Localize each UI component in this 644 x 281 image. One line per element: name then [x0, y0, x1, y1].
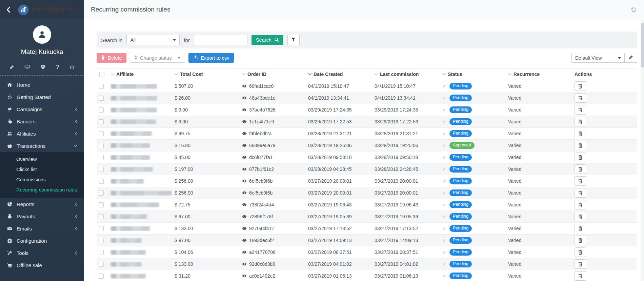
eye-icon[interactable] — [242, 214, 247, 219]
edit-status-pencil-icon[interactable] — [442, 262, 446, 266]
search-term-input[interactable] — [194, 35, 247, 45]
sidebar-subitem-recurring-commission-rules[interactable]: Recurring commission rules — [0, 185, 84, 195]
row-checkbox[interactable] — [99, 155, 104, 160]
edit-status-pencil-icon[interactable] — [442, 215, 446, 219]
sidebar-item-reports[interactable]: Reports — [0, 198, 84, 210]
delete-row-button[interactable] — [575, 259, 586, 269]
row-checkbox[interactable] — [99, 226, 104, 231]
column-header-recurrence[interactable]: Recurrence — [505, 72, 572, 77]
delete-row-button[interactable] — [575, 188, 586, 198]
eye-icon[interactable] — [242, 238, 247, 243]
edit-status-pencil-icon[interactable] — [442, 96, 446, 100]
export-csv-button[interactable]: Export to csv — [188, 53, 234, 63]
delete-row-button[interactable] — [575, 93, 586, 103]
eye-icon[interactable] — [242, 226, 247, 231]
eye-icon[interactable] — [242, 107, 247, 112]
edit-status-pencil-icon[interactable] — [442, 179, 446, 183]
delete-row-button[interactable] — [575, 200, 586, 209]
delete-row-button[interactable] — [575, 117, 586, 126]
delete-row-button[interactable] — [575, 129, 586, 138]
filter-button[interactable] — [287, 35, 300, 45]
eye-icon[interactable] — [242, 96, 247, 100]
delete-row-button[interactable] — [575, 247, 586, 257]
sidebar-item-banners[interactable]: Banners — [0, 115, 84, 127]
sidebar-item-tools[interactable]: Tools — [0, 247, 84, 259]
refresh-icon[interactable] — [631, 7, 637, 13]
row-checkbox[interactable] — [99, 190, 104, 196]
delete-row-button[interactable] — [575, 224, 586, 233]
select-all-checkbox[interactable] — [99, 72, 104, 77]
edit-status-pencil-icon[interactable] — [442, 227, 446, 230]
avatar[interactable] — [33, 25, 51, 44]
eye-icon[interactable] — [242, 155, 247, 160]
edit-status-pencil-icon[interactable] — [442, 167, 446, 171]
edit-status-pencil-icon[interactable] — [442, 274, 446, 278]
pencil-icon[interactable] — [9, 65, 14, 69]
row-checkbox[interactable] — [99, 179, 104, 184]
eye-icon[interactable] — [242, 167, 247, 172]
delete-row-button[interactable] — [575, 141, 586, 150]
eye-icon[interactable] — [242, 274, 247, 278]
sidebar-item-offline-sale[interactable]: Offline sale — [0, 259, 84, 271]
row-checkbox[interactable] — [99, 143, 104, 148]
row-checkbox[interactable] — [99, 119, 104, 124]
eye-icon[interactable] — [242, 143, 247, 148]
search-button[interactable]: Search — [251, 35, 283, 45]
edit-status-pencil-icon[interactable] — [442, 250, 446, 254]
row-checkbox[interactable] — [99, 214, 104, 219]
delete-row-button[interactable] — [575, 271, 586, 281]
eye-icon[interactable] — [242, 119, 247, 124]
search-in-select[interactable]: All — [126, 35, 180, 45]
row-checkbox[interactable] — [99, 274, 104, 279]
column-header-date-created[interactable]: Date Created — [305, 72, 372, 77]
column-header-status[interactable]: Status — [440, 72, 505, 77]
eye-icon[interactable] — [242, 190, 247, 195]
edit-status-pencil-icon[interactable] — [442, 120, 446, 124]
row-checkbox[interactable] — [99, 84, 104, 89]
edit-status-pencil-icon[interactable] — [442, 191, 446, 195]
delete-button[interactable]: Delete — [97, 53, 126, 63]
edit-status-pencil-icon[interactable] — [442, 239, 446, 242]
vertical-scrollbar[interactable] — [641, 19, 644, 281]
sidebar-item-getting-started[interactable]: Getting Started — [0, 91, 84, 103]
sidebar-item-configuration[interactable]: Configuration — [0, 235, 84, 247]
column-header-order-id[interactable]: Order ID — [239, 72, 305, 77]
delete-row-button[interactable] — [575, 81, 586, 91]
edit-status-pencil-icon[interactable] — [442, 203, 446, 207]
eye-icon[interactable] — [242, 250, 247, 255]
row-checkbox[interactable] — [99, 167, 104, 172]
sidebar-subitem-commissions[interactable]: Commissions — [0, 175, 84, 185]
delete-row-button[interactable] — [575, 164, 586, 174]
monitor-icon[interactable] — [24, 64, 30, 70]
row-checkbox[interactable] — [99, 107, 104, 113]
row-checkbox[interactable] — [99, 250, 104, 255]
row-checkbox[interactable] — [99, 96, 104, 101]
edit-status-pencil-icon[interactable] — [442, 132, 446, 136]
edit-status-pencil-icon[interactable] — [442, 144, 446, 147]
edit-view-button[interactable] — [625, 53, 637, 63]
edit-status-pencil-icon[interactable] — [442, 108, 446, 112]
column-header-total-cost[interactable]: Total Cost — [172, 72, 239, 77]
sidebar-subitem-clicks-list[interactable]: Clicks list — [0, 164, 84, 175]
sidebar-item-payouts[interactable]: Payouts — [0, 210, 84, 222]
sidebar-item-emails[interactable]: Emails — [0, 222, 84, 235]
column-header-last-commission[interactable]: Last commission — [372, 72, 440, 77]
help-icon[interactable]: ? — [56, 64, 59, 70]
row-checkbox[interactable] — [99, 202, 104, 207]
change-status-button[interactable]: Change status — [130, 53, 185, 63]
row-checkbox[interactable] — [99, 262, 104, 267]
heartbeat-icon[interactable] — [40, 64, 46, 70]
eye-icon[interactable] — [242, 202, 247, 207]
eye-icon[interactable] — [242, 131, 247, 136]
delete-row-button[interactable] — [575, 212, 586, 221]
eye-icon[interactable] — [242, 84, 247, 88]
row-checkbox[interactable] — [99, 131, 104, 136]
sidebar-item-campaigns[interactable]: Campaigns — [0, 103, 84, 115]
back-icon[interactable] — [5, 5, 14, 14]
delete-row-button[interactable] — [575, 176, 586, 186]
eye-icon[interactable] — [242, 179, 247, 183]
sidebar-subitem-overview[interactable]: Overview — [0, 154, 84, 164]
delete-row-button[interactable] — [575, 153, 586, 162]
column-header-affiliate[interactable]: Affiliate — [108, 72, 172, 77]
row-checkbox[interactable] — [99, 238, 104, 243]
